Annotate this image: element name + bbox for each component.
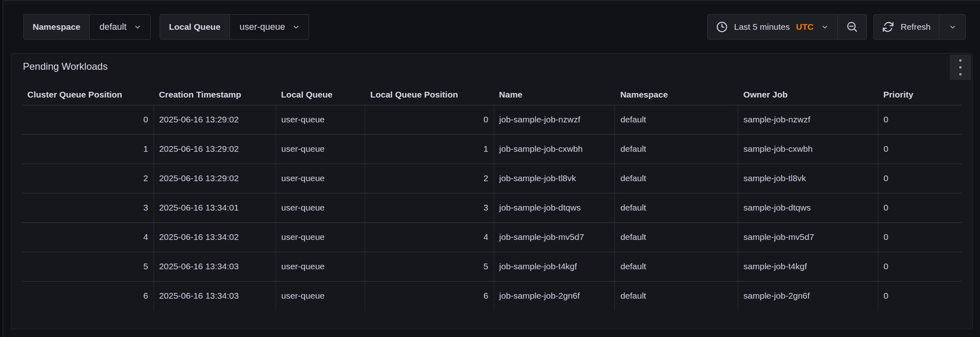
column-header-local-queue[interactable]: Local Queue bbox=[276, 84, 365, 105]
table-cell: default bbox=[615, 193, 738, 222]
table-cell: 2025-06-16 13:29:02 bbox=[154, 134, 276, 164]
table-row: 4 2025-06-16 13:34:02 user-queue 4 job-s… bbox=[22, 222, 962, 252]
time-controls: Last 5 minutes UTC Refresh bbox=[707, 14, 966, 40]
panel-menu-button[interactable] bbox=[950, 55, 971, 80]
zoom-out-time-button[interactable] bbox=[837, 15, 866, 39]
table-cell: 1 bbox=[365, 134, 494, 164]
table-cell: default bbox=[615, 105, 738, 134]
refresh-button[interactable]: Refresh bbox=[874, 15, 939, 39]
table-row: 3 2025-06-16 13:34:01 user-queue 3 job-s… bbox=[22, 193, 962, 222]
column-header-creation-timestamp[interactable]: Creation Timestamp bbox=[154, 84, 276, 105]
local-queue-selected-value: user-queue bbox=[240, 22, 285, 32]
table-cell: 0 bbox=[878, 222, 962, 252]
panel-pending-workloads: Pending Workloads Cluster Queue Position… bbox=[11, 53, 973, 329]
panel-title: Pending Workloads bbox=[23, 61, 108, 72]
table-body: 0 2025-06-16 13:29:02 user-queue 0 job-s… bbox=[22, 105, 962, 310]
table-cell: sample-job-mv5d7 bbox=[738, 222, 878, 252]
table-cell: sample-job-cxwbh bbox=[738, 134, 878, 164]
panel-header: Pending Workloads bbox=[11, 53, 972, 80]
table-cell: user-queue bbox=[276, 222, 365, 252]
table-cell: job-sample-job-2gn6f bbox=[494, 281, 615, 310]
table-cell: sample-job-nzwzf bbox=[738, 105, 878, 134]
table-cell: sample-job-2gn6f bbox=[738, 281, 878, 310]
refresh-icon bbox=[882, 21, 894, 33]
table-cell: user-queue bbox=[276, 252, 365, 281]
top-divider bbox=[4, 0, 980, 1]
time-range-label: Last 5 minutes bbox=[734, 22, 790, 32]
kebab-menu-icon bbox=[959, 59, 962, 62]
chevron-down-icon bbox=[133, 22, 142, 31]
table-cell: 0 bbox=[878, 281, 962, 310]
column-header-namespace[interactable]: Namespace bbox=[615, 84, 738, 105]
pending-workloads-table: Cluster Queue Position Creation Timestam… bbox=[11, 80, 972, 310]
chevron-down-icon bbox=[820, 22, 829, 31]
table-cell: job-sample-job-dtqws bbox=[494, 193, 615, 222]
table-cell: 0 bbox=[365, 105, 494, 134]
table-cell: 2025-06-16 13:29:02 bbox=[154, 105, 276, 134]
table-cell: user-queue bbox=[276, 281, 365, 310]
column-header-cluster-queue-position[interactable]: Cluster Queue Position bbox=[22, 84, 154, 105]
variable-namespace-label: Namespace bbox=[24, 15, 90, 39]
table-cell: default bbox=[615, 222, 738, 252]
table-cell: default bbox=[615, 164, 738, 193]
variable-local-queue: Local Queue user-queue bbox=[160, 14, 309, 40]
time-range-picker-button[interactable]: Last 5 minutes UTC bbox=[708, 15, 838, 39]
refresh-interval-dropdown[interactable] bbox=[939, 15, 965, 39]
table-cell: user-queue bbox=[276, 134, 365, 164]
table-cell: 2025-06-16 13:29:02 bbox=[154, 164, 276, 193]
table-cell: 2025-06-16 13:34:02 bbox=[154, 222, 276, 252]
table-cell: 5 bbox=[22, 252, 154, 281]
variable-controls: Namespace default Local Queue user-queue bbox=[23, 14, 309, 40]
table-cell: 6 bbox=[22, 281, 154, 310]
column-header-priority[interactable]: Priority bbox=[878, 84, 962, 105]
timezone-badge: UTC bbox=[796, 22, 813, 32]
table-cell: sample-job-tl8vk bbox=[738, 164, 878, 193]
namespace-select[interactable]: default bbox=[90, 15, 150, 39]
table-cell: user-queue bbox=[276, 105, 365, 134]
left-edge-rail bbox=[0, 0, 3, 337]
clock-icon bbox=[716, 21, 728, 33]
table-cell: 2 bbox=[22, 164, 154, 193]
table-cell: 4 bbox=[22, 222, 154, 252]
column-header-name[interactable]: Name bbox=[494, 84, 615, 105]
table-row: 0 2025-06-16 13:29:02 user-queue 0 job-s… bbox=[22, 105, 962, 134]
table-row: 1 2025-06-16 13:29:02 user-queue 1 job-s… bbox=[22, 134, 962, 164]
magnifier-minus-icon bbox=[846, 21, 858, 33]
table-cell: user-queue bbox=[276, 164, 365, 193]
namespace-selected-value: default bbox=[100, 22, 127, 32]
table-cell: 0 bbox=[22, 105, 154, 134]
table-cell: 6 bbox=[365, 281, 494, 310]
table-header-row: Cluster Queue Position Creation Timestam… bbox=[22, 84, 962, 105]
table-cell: job-sample-job-mv5d7 bbox=[494, 222, 615, 252]
local-queue-select[interactable]: user-queue bbox=[230, 15, 309, 39]
table-cell: 0 bbox=[878, 134, 962, 164]
table-cell: 5 bbox=[365, 252, 494, 281]
table-row: 2 2025-06-16 13:29:02 user-queue 2 job-s… bbox=[22, 164, 962, 193]
variable-local-queue-label: Local Queue bbox=[160, 15, 230, 39]
time-picker-group: Last 5 minutes UTC bbox=[707, 14, 867, 40]
table-cell: 1 bbox=[22, 134, 154, 164]
column-header-owner-job[interactable]: Owner Job bbox=[738, 84, 878, 105]
table-cell: 0 bbox=[878, 193, 962, 222]
table-row: 6 2025-06-16 13:34:03 user-queue 6 job-s… bbox=[22, 281, 962, 310]
table-cell: 0 bbox=[878, 105, 962, 134]
refresh-label: Refresh bbox=[900, 22, 931, 32]
table-cell: 3 bbox=[22, 193, 154, 222]
table-cell: 2025-06-16 13:34:01 bbox=[154, 193, 276, 222]
refresh-group: Refresh bbox=[873, 14, 966, 40]
table-cell: default bbox=[615, 134, 738, 164]
table-cell: job-sample-job-tl8vk bbox=[494, 164, 615, 193]
table-cell: default bbox=[615, 252, 738, 281]
column-header-local-queue-position[interactable]: Local Queue Position bbox=[365, 84, 494, 105]
table-cell: user-queue bbox=[276, 193, 365, 222]
table-cell: 2 bbox=[365, 164, 494, 193]
table-cell: 2025-06-16 13:34:03 bbox=[154, 281, 276, 310]
table-cell: sample-job-dtqws bbox=[738, 193, 878, 222]
chevron-down-icon bbox=[948, 22, 957, 31]
table-cell: job-sample-job-cxwbh bbox=[494, 134, 615, 164]
table-cell: default bbox=[615, 281, 738, 310]
table-cell: 0 bbox=[878, 252, 962, 281]
table-cell: 3 bbox=[365, 193, 494, 222]
table-row: 5 2025-06-16 13:34:03 user-queue 5 job-s… bbox=[22, 252, 962, 281]
dashboard-toolbar: Namespace default Local Queue user-queue… bbox=[23, 14, 966, 40]
